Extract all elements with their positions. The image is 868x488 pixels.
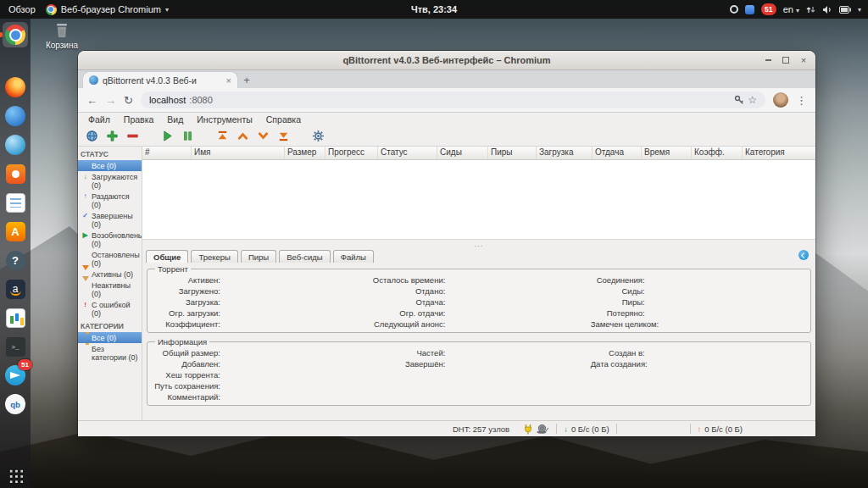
add-torrent-file-button[interactable] bbox=[105, 129, 120, 143]
decrease-priority-button[interactable] bbox=[256, 129, 270, 143]
column-status[interactable]: Статус bbox=[378, 147, 437, 159]
bookmark-star-icon[interactable]: ☆ bbox=[748, 95, 757, 105]
field-label: Осталось времени: bbox=[370, 275, 448, 285]
column-progress[interactable]: Прогресс bbox=[326, 147, 378, 159]
chromium-window: qBittorrent v4.0.3 Веб-интерфейс – Chrom… bbox=[78, 51, 815, 436]
filters-sidebar: СТАТУС Все (0) ↓Загружаются (0) ↑Раздают… bbox=[78, 147, 142, 420]
minimize-button[interactable] bbox=[762, 54, 774, 66]
clock[interactable]: Чтв, 23:34 bbox=[411, 4, 457, 14]
dock-item-app-blue[interactable] bbox=[3, 103, 28, 129]
dock-item-help[interactable]: ? bbox=[3, 247, 28, 273]
browser-toolbar: ← → ↻ localhost:8080 ☆ ⋮ bbox=[78, 88, 815, 113]
alt-speed-snail-icon[interactable] bbox=[537, 424, 549, 434]
filter-errored[interactable]: !С ошибкой (0) bbox=[78, 299, 142, 319]
dock-item-app-light-blue[interactable] bbox=[3, 132, 28, 158]
browser-menu-icon[interactable]: ⋮ bbox=[796, 95, 807, 106]
menu-help[interactable]: Справка bbox=[259, 114, 308, 125]
dock-item-terminal[interactable]: >_ bbox=[3, 334, 28, 359]
delete-torrent-button[interactable] bbox=[125, 129, 140, 143]
torrent-list-empty[interactable] bbox=[142, 160, 815, 239]
resume-button[interactable] bbox=[160, 129, 175, 143]
focused-app-menu[interactable]: Веб-браузер Chromium ▾ bbox=[46, 4, 169, 15]
menu-tools[interactable]: Инструменты bbox=[190, 114, 259, 125]
activities-button[interactable]: Обзор bbox=[8, 4, 36, 14]
menu-file[interactable]: Файл bbox=[81, 114, 117, 125]
column-peers[interactable]: Пиры bbox=[488, 147, 537, 159]
info-section: Информация Общий размер: Добавлен: Хеш т… bbox=[147, 337, 811, 406]
column-size[interactable]: Размер bbox=[285, 147, 326, 159]
address-bar[interactable]: localhost:8080 ☆ bbox=[141, 92, 765, 108]
filter-inactive[interactable]: Неактивны (0) bbox=[78, 280, 142, 299]
dock-item-app-a[interactable]: A bbox=[3, 219, 28, 244]
menu-edit[interactable]: Правка bbox=[117, 114, 160, 125]
password-key-icon[interactable] bbox=[734, 95, 744, 105]
top-priority-button[interactable] bbox=[215, 129, 230, 143]
category-all[interactable]: Все (0) bbox=[78, 332, 142, 343]
options-gear-button[interactable] bbox=[311, 129, 326, 143]
column-name[interactable]: Имя bbox=[192, 147, 285, 159]
column-ratio[interactable]: Коэфф. bbox=[692, 147, 743, 159]
dock-item-chromium[interactable] bbox=[3, 22, 28, 47]
back-button[interactable]: ← bbox=[86, 95, 97, 106]
column-eta[interactable]: Время bbox=[642, 147, 692, 159]
battery-icon[interactable] bbox=[839, 6, 851, 14]
bottom-priority-button[interactable] bbox=[276, 129, 291, 143]
show-applications-button[interactable] bbox=[8, 468, 23, 483]
trash-desktop-icon[interactable]: Корзина bbox=[42, 22, 81, 50]
profile-avatar[interactable] bbox=[773, 92, 788, 108]
indicator-blue-icon[interactable] bbox=[745, 5, 754, 14]
notification-badge[interactable]: 51 bbox=[761, 3, 776, 15]
volume-icon[interactable] bbox=[822, 5, 832, 14]
forward-button[interactable]: → bbox=[105, 95, 116, 106]
filter-completed[interactable]: ✓Завершены (0) bbox=[78, 210, 142, 230]
tab-trackers[interactable]: Трекеры bbox=[191, 250, 238, 263]
network-arrows-icon[interactable] bbox=[806, 5, 815, 14]
window-titlebar[interactable]: qBittorrent v4.0.3 Веб-интерфейс – Chrom… bbox=[78, 51, 815, 70]
qbittorrent-favicon bbox=[89, 75, 98, 85]
upload-speed: 0 Б/с (0 Б) bbox=[704, 424, 743, 434]
indicator-ring-icon[interactable] bbox=[730, 5, 738, 14]
tab-general[interactable]: Общие bbox=[146, 250, 188, 263]
column-upload[interactable]: Отдача bbox=[593, 147, 642, 159]
browser-tab[interactable]: qBittorrent v4.0.3 Веб-и × bbox=[83, 72, 237, 88]
field-label: Общий размер: bbox=[151, 348, 224, 358]
tab-peers[interactable]: Пиры bbox=[241, 250, 276, 263]
tab-close-icon[interactable]: × bbox=[226, 75, 231, 86]
column-download[interactable]: Загрузка bbox=[537, 147, 593, 159]
column-number[interactable]: # bbox=[142, 147, 192, 159]
add-torrent-link-button[interactable] bbox=[85, 129, 99, 143]
dock-item-telegram[interactable]: 51 bbox=[3, 363, 28, 388]
statusbar-separator bbox=[616, 424, 617, 434]
tab-files[interactable]: Файлы bbox=[333, 250, 374, 263]
panel-splitter[interactable]: ... bbox=[142, 239, 815, 247]
filter-seeding[interactable]: ↑Раздаются (0) bbox=[78, 191, 142, 210]
connection-status-icon[interactable] bbox=[523, 424, 533, 435]
category-uncategorized[interactable]: Без категории (0) bbox=[78, 343, 142, 363]
telegram-badge: 51 bbox=[18, 359, 32, 370]
keyboard-layout-indicator[interactable]: en ▾ bbox=[783, 4, 799, 14]
tab-webseeds[interactable]: Веб-сиды bbox=[279, 250, 331, 263]
filter-all[interactable]: Все (0) bbox=[78, 160, 142, 171]
webui-main: СТАТУС Все (0) ↓Загружаются (0) ↑Раздают… bbox=[78, 147, 815, 420]
software-icon bbox=[6, 164, 25, 184]
reload-button[interactable]: ↻ bbox=[124, 95, 133, 106]
pause-button[interactable] bbox=[181, 129, 195, 143]
filter-downloading[interactable]: ↓Загружаются (0) bbox=[78, 171, 142, 191]
filter-resumed[interactable]: ▶Возобновлены (0) bbox=[78, 230, 142, 249]
close-button[interactable]: × bbox=[798, 54, 810, 66]
dock-item-ubuntu-software[interactable] bbox=[3, 161, 28, 186]
dock-item-writer[interactable] bbox=[3, 190, 28, 215]
download-arrow-icon: ↓ bbox=[564, 424, 568, 434]
column-seeds[interactable]: Сиды bbox=[437, 147, 488, 159]
system-menu-chevron-icon[interactable]: ▾ bbox=[858, 6, 861, 14]
column-category[interactable]: Категория bbox=[743, 147, 815, 159]
maximize-button[interactable] bbox=[780, 54, 792, 66]
new-tab-button[interactable]: + bbox=[237, 72, 256, 88]
dock-item-firefox[interactable] bbox=[3, 75, 28, 100]
dock-item-qbittorrent[interactable]: qb bbox=[3, 391, 28, 417]
dock-item-amazon[interactable]: a bbox=[3, 276, 28, 302]
panel-toggle-button[interactable] bbox=[798, 250, 809, 260]
increase-priority-button[interactable] bbox=[236, 129, 250, 143]
dock-item-calc[interactable] bbox=[3, 305, 28, 330]
menu-view[interactable]: Вид bbox=[160, 114, 190, 125]
